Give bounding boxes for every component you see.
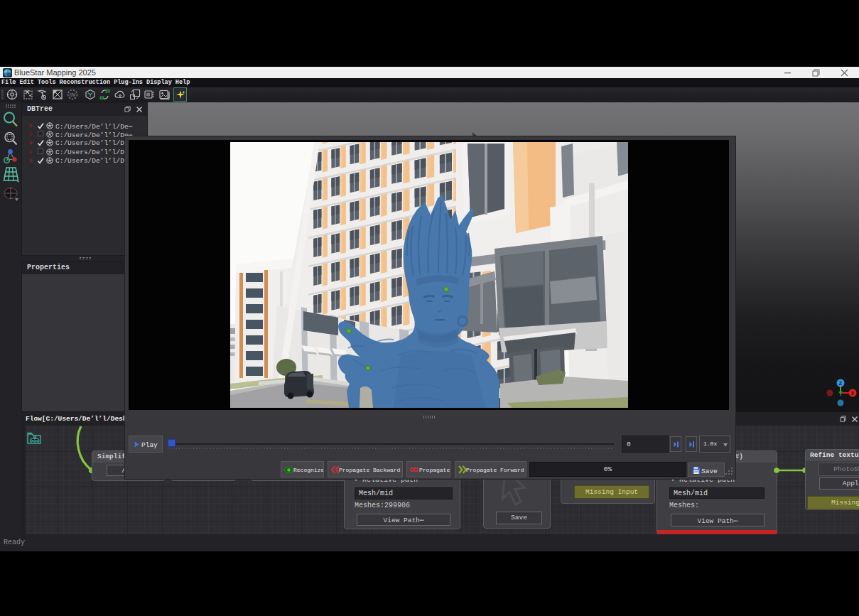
svg-text:UV: UV xyxy=(70,92,76,98)
svg-text:Y: Y xyxy=(838,391,843,398)
svg-text:Z: Z xyxy=(839,380,843,387)
svg-text:X: X xyxy=(851,390,855,396)
